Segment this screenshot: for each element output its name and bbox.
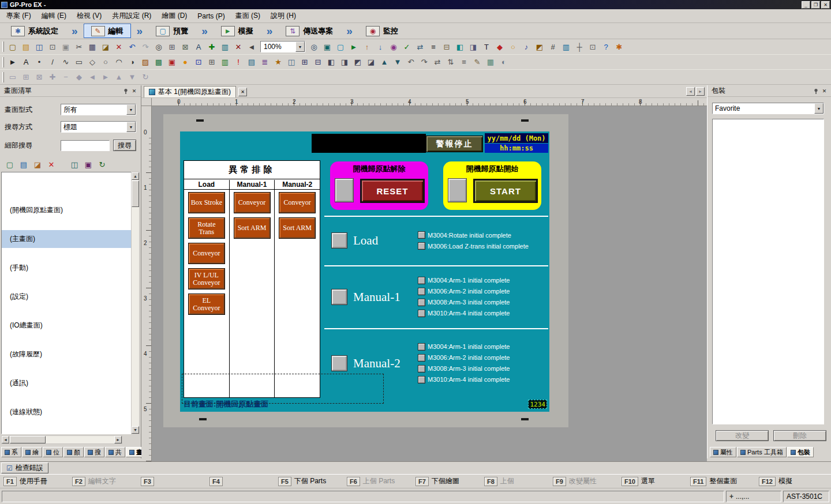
color-icon[interactable]: ◆ xyxy=(493,41,506,52)
zoom-in-icon[interactable]: ✚ xyxy=(46,72,59,83)
package-action-button[interactable]: 改變 xyxy=(716,430,769,441)
find-icon[interactable]: ◎ xyxy=(152,41,165,52)
paste-icon[interactable]: ◪ xyxy=(99,41,112,52)
redo-icon[interactable]: ↷ xyxy=(139,41,152,52)
status-flag[interactable]: M3006:Arm-2 initial complete xyxy=(418,287,510,296)
font-icon[interactable]: T xyxy=(480,41,493,52)
numeric-display[interactable]: 1234 xyxy=(528,400,547,409)
zoom-tool-icon[interactable]: ◎ xyxy=(308,41,320,52)
open-project-icon[interactable]: ▤ xyxy=(20,41,32,52)
list-item[interactable]: (開機回原點畫面) xyxy=(2,195,131,224)
align-bottom-icon[interactable]: ◪ xyxy=(365,57,377,68)
list-item[interactable]: (通訊) xyxy=(2,368,131,397)
transfer-receive-icon[interactable]: ↓ xyxy=(374,41,387,52)
function-key[interactable]: F5 下個 Parts xyxy=(278,476,347,486)
status-flag[interactable]: M3004:Rotate initial complete xyxy=(418,231,529,239)
exception-button[interactable]: Sort ARM xyxy=(234,218,270,238)
panel-tab[interactable]: Parts 工具箱 xyxy=(737,447,787,457)
rotate-left-icon[interactable]: ↶ xyxy=(405,57,417,68)
save-project-icon[interactable]: ◫ xyxy=(33,41,46,52)
select-tool-icon[interactable]: ► xyxy=(6,57,19,68)
menu-item[interactable]: 說明 (H) xyxy=(265,9,301,22)
package-select[interactable]: Favorite ▼ xyxy=(712,103,824,114)
cross-reference-icon[interactable]: ⇄ xyxy=(414,41,426,52)
paste-screen-icon[interactable]: ◪ xyxy=(31,159,44,170)
package-action-button[interactable]: 刪除 xyxy=(773,430,826,441)
menu-item[interactable]: 專案 (F) xyxy=(1,9,36,22)
selection-rectangle[interactable] xyxy=(182,374,384,404)
panel-tab[interactable]: 位 xyxy=(43,447,63,457)
arc-tool-icon[interactable]: ◠ xyxy=(113,57,125,68)
scroll-left-icon[interactable]: ◄ xyxy=(2,436,9,443)
function-key[interactable]: F2 編輯文字 xyxy=(72,476,141,486)
flip-horizontal-icon[interactable]: ⇄ xyxy=(431,57,444,68)
new-screen-icon[interactable]: ✚ xyxy=(205,41,218,52)
preview-icon[interactable]: ▢ xyxy=(334,41,347,52)
delete-screen-icon[interactable]: ✕ xyxy=(45,159,58,170)
copy-icon[interactable]: ▦ xyxy=(86,41,99,52)
menu-item[interactable]: 繪圖 (D) xyxy=(156,9,192,22)
data-display-part-icon[interactable]: ⊡ xyxy=(192,57,205,68)
close-document-icon[interactable]: ✕ xyxy=(238,88,247,96)
sound-icon[interactable]: ♪ xyxy=(520,41,533,52)
refresh-icon[interactable]: ↻ xyxy=(139,72,152,83)
section-indicator-button[interactable] xyxy=(332,233,347,248)
exception-button[interactable]: Conveyor xyxy=(279,193,315,213)
recipe-part-icon[interactable]: ≣ xyxy=(259,57,271,68)
scrollbar-thumb[interactable] xyxy=(10,436,46,443)
dot-tool-icon[interactable]: • xyxy=(33,57,46,68)
edit-canvas[interactable]: 警報停止 yy/mm/dd (Mon) hh:mm:ss 異常排除 Load xyxy=(152,106,707,461)
chevron-down-icon[interactable]: ▼ xyxy=(126,104,136,115)
status-flag[interactable]: M3004:Arm-1 initial complete xyxy=(418,276,510,285)
polygon-tool-icon[interactable]: ◇ xyxy=(86,57,99,68)
previous-state-icon[interactable]: ◄ xyxy=(86,72,99,83)
exception-button[interactable]: Sort ARM xyxy=(279,218,315,238)
screen-preview-icon[interactable]: ◫ xyxy=(68,159,81,170)
state-change-icon[interactable]: ◐ xyxy=(497,57,510,68)
pin-icon[interactable] xyxy=(121,87,130,95)
window-part-icon[interactable]: ◫ xyxy=(285,57,298,68)
chevron-down-icon[interactable]: ▼ xyxy=(126,122,136,132)
status-flag[interactable]: M3004:Arm-1 initial complete xyxy=(418,343,510,351)
fill-tool-icon[interactable]: ▨ xyxy=(139,57,152,68)
flip-vertical-icon[interactable]: ⇅ xyxy=(444,57,457,68)
list-item[interactable]: (故障履歷) xyxy=(2,340,131,368)
lamp-part-icon[interactable]: ● xyxy=(179,57,192,68)
status-flag[interactable]: M3010:Arm-4 initial complete xyxy=(418,375,510,384)
polyline-tool-icon[interactable]: ∿ xyxy=(59,57,72,68)
print-preview-icon[interactable]: ▣ xyxy=(59,41,72,52)
panel-tab[interactable]: 搜 xyxy=(84,447,104,457)
list-item[interactable]: (主畫面) xyxy=(2,224,131,253)
status-flag[interactable]: M3008:Arm-3 initial complete xyxy=(418,364,510,373)
section-indicator-button[interactable] xyxy=(332,356,347,371)
menu-item[interactable]: 檢視 (V) xyxy=(72,9,107,22)
memory-icon[interactable]: ◨ xyxy=(467,41,480,52)
group-icon[interactable]: ⊞ xyxy=(298,57,311,68)
screen-type-select[interactable]: 所有 ▼ xyxy=(61,104,136,115)
line-tool-icon[interactable]: / xyxy=(46,57,59,68)
menu-item[interactable]: 畫面 (S) xyxy=(230,9,265,22)
next-state-icon[interactable]: ► xyxy=(99,72,112,83)
scroll-down-icon[interactable]: ▼ xyxy=(132,426,139,434)
panel-tab[interactable]: 包裝 xyxy=(787,447,814,457)
exception-button[interactable]: EL Conveyor xyxy=(189,294,224,314)
close-panel-icon[interactable]: ✕ xyxy=(820,87,829,95)
rotate-right-icon[interactable]: ↷ xyxy=(418,57,431,68)
panel-tab[interactable]: 繪 xyxy=(22,447,42,457)
previous-screen-icon[interactable]: ◄ xyxy=(245,41,258,52)
scroll-right-icon[interactable]: ► xyxy=(114,436,122,443)
status-flag[interactable]: M3006:Load Z-trans initial complete xyxy=(418,242,529,250)
workflow-step[interactable]: ✎ 編輯 xyxy=(84,24,131,38)
menu-item[interactable]: Parts (P) xyxy=(192,10,230,22)
compare-icon[interactable]: ◧ xyxy=(454,41,466,52)
panel-tab[interactable]: 顏 xyxy=(63,447,84,457)
screen-property-icon[interactable]: ▣ xyxy=(82,159,95,170)
function-key[interactable]: F4 xyxy=(209,477,278,486)
scroll-up-icon[interactable]: ▲ xyxy=(132,172,139,180)
list-item[interactable]: (連線狀態) xyxy=(2,397,131,426)
order-icon[interactable]: ≡ xyxy=(458,57,470,68)
status-flag[interactable]: M3008:Arm-3 initial complete xyxy=(418,298,510,307)
section-name[interactable]: Load xyxy=(353,234,378,248)
screen-list-horizontal-scrollbar[interactable]: ◄ ► xyxy=(1,435,122,444)
panel-tab[interactable]: 系 xyxy=(1,447,21,457)
